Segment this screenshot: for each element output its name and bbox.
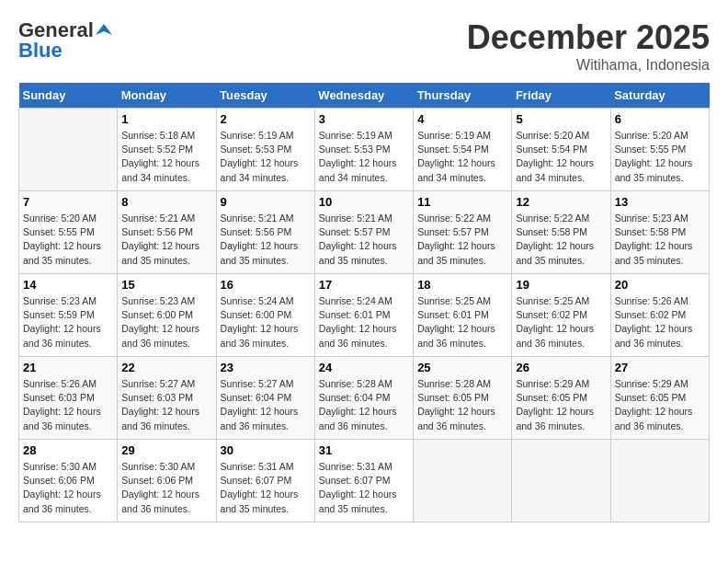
day-number: 2 <box>221 112 311 126</box>
calendar-cell: 6 Sunrise: 5:20 AMSunset: 5:55 PMDayligh… <box>610 109 709 191</box>
day-number: 29 <box>121 443 211 457</box>
weekday-header: Monday <box>118 83 216 109</box>
day-number: 8 <box>121 195 211 209</box>
day-number: 20 <box>615 278 705 292</box>
day-info: Sunrise: 5:19 AMSunset: 5:54 PMDaylight:… <box>417 130 495 183</box>
day-info: Sunrise: 5:29 AMSunset: 6:05 PMDaylight:… <box>615 378 693 431</box>
calendar-cell: 4 Sunrise: 5:19 AMSunset: 5:54 PMDayligh… <box>414 109 512 191</box>
day-info: Sunrise: 5:23 AMSunset: 5:58 PMDaylight:… <box>615 213 693 266</box>
day-number: 24 <box>319 361 409 374</box>
day-number: 30 <box>221 443 311 457</box>
day-number: 21 <box>23 361 113 374</box>
calendar-cell: 7 Sunrise: 5:20 AMSunset: 5:55 PMDayligh… <box>19 191 118 274</box>
day-number: 1 <box>121 112 211 126</box>
title-block: December 2025 Witihama, Indonesia <box>467 18 710 74</box>
calendar-cell <box>512 440 610 523</box>
day-info: Sunrise: 5:29 AMSunset: 6:05 PMDaylight:… <box>516 378 594 431</box>
calendar-cell: 27 Sunrise: 5:29 AMSunset: 6:05 PMDaylig… <box>610 357 709 440</box>
day-info: Sunrise: 5:18 AMSunset: 5:52 PMDaylight:… <box>121 130 199 183</box>
calendar-cell <box>610 440 709 523</box>
day-info: Sunrise: 5:20 AMSunset: 5:55 PMDaylight:… <box>615 130 693 183</box>
weekday-header: Tuesday <box>216 83 314 109</box>
location: Witihama, Indonesia <box>467 57 710 74</box>
calendar-cell: 13 Sunrise: 5:23 AMSunset: 5:58 PMDaylig… <box>610 191 709 274</box>
day-number: 10 <box>319 195 409 209</box>
day-number: 22 <box>121 361 211 374</box>
month-title: December 2025 <box>467 18 710 57</box>
day-info: Sunrise: 5:27 AMSunset: 6:04 PMDaylight:… <box>221 378 299 431</box>
day-number: 14 <box>23 278 113 292</box>
day-info: Sunrise: 5:23 AMSunset: 6:00 PMDaylight:… <box>121 295 199 349</box>
calendar-cell: 2 Sunrise: 5:19 AMSunset: 5:53 PMDayligh… <box>216 109 314 191</box>
day-info: Sunrise: 5:23 AMSunset: 5:59 PMDaylight:… <box>23 295 101 349</box>
day-number: 12 <box>516 195 606 209</box>
header-row: SundayMondayTuesdayWednesdayThursdayFrid… <box>19 83 710 109</box>
day-number: 26 <box>516 361 606 374</box>
day-number: 16 <box>221 278 311 292</box>
logo: General Blue <box>18 18 112 63</box>
day-number: 31 <box>319 443 409 457</box>
day-number: 27 <box>615 361 705 374</box>
calendar-cell: 15 Sunrise: 5:23 AMSunset: 6:00 PMDaylig… <box>118 274 216 357</box>
day-info: Sunrise: 5:26 AMSunset: 6:02 PMDaylight:… <box>615 295 693 349</box>
weekday-header: Thursday <box>414 83 512 109</box>
calendar-table: SundayMondayTuesdayWednesdayThursdayFrid… <box>18 83 710 523</box>
calendar-cell: 10 Sunrise: 5:21 AMSunset: 5:57 PMDaylig… <box>314 191 413 274</box>
day-number: 9 <box>221 195 311 209</box>
calendar-cell: 14 Sunrise: 5:23 AMSunset: 5:59 PMDaylig… <box>19 274 118 357</box>
day-number: 15 <box>121 278 211 292</box>
weekday-header: Wednesday <box>314 83 413 109</box>
calendar-cell: 1 Sunrise: 5:18 AMSunset: 5:52 PMDayligh… <box>118 109 216 191</box>
day-number: 23 <box>221 361 311 374</box>
day-number: 5 <box>516 112 606 126</box>
day-info: Sunrise: 5:21 AMSunset: 5:56 PMDaylight:… <box>121 213 199 266</box>
calendar-cell: 3 Sunrise: 5:19 AMSunset: 5:53 PMDayligh… <box>314 109 413 191</box>
day-number: 7 <box>23 195 113 209</box>
day-info: Sunrise: 5:24 AMSunset: 6:01 PMDaylight:… <box>319 295 397 349</box>
day-info: Sunrise: 5:20 AMSunset: 5:54 PMDaylight:… <box>516 130 594 183</box>
day-number: 18 <box>417 278 507 292</box>
page-header: General Blue December 2025 Witihama, Ind… <box>18 18 710 74</box>
day-info: Sunrise: 5:31 AMSunset: 6:07 PMDaylight:… <box>221 461 299 514</box>
calendar-cell: 19 Sunrise: 5:25 AMSunset: 6:02 PMDaylig… <box>512 274 610 357</box>
calendar-cell: 24 Sunrise: 5:28 AMSunset: 6:04 PMDaylig… <box>314 357 413 440</box>
day-number: 3 <box>319 112 409 126</box>
calendar-cell: 30 Sunrise: 5:31 AMSunset: 6:07 PMDaylig… <box>216 440 314 523</box>
day-number: 13 <box>615 195 705 209</box>
logo-bird-icon <box>96 22 112 39</box>
calendar-cell: 26 Sunrise: 5:29 AMSunset: 6:05 PMDaylig… <box>512 357 610 440</box>
calendar-cell: 25 Sunrise: 5:28 AMSunset: 6:05 PMDaylig… <box>414 357 512 440</box>
calendar-cell <box>19 109 118 191</box>
calendar-week-row: 21 Sunrise: 5:26 AMSunset: 6:03 PMDaylig… <box>19 357 710 440</box>
weekday-header: Saturday <box>610 83 709 109</box>
day-info: Sunrise: 5:19 AMSunset: 5:53 PMDaylight:… <box>221 130 299 183</box>
day-number: 6 <box>615 112 705 126</box>
logo-blue: Blue <box>18 39 63 63</box>
day-info: Sunrise: 5:30 AMSunset: 6:06 PMDaylight:… <box>23 461 101 514</box>
calendar-cell: 21 Sunrise: 5:26 AMSunset: 6:03 PMDaylig… <box>19 357 118 440</box>
day-info: Sunrise: 5:30 AMSunset: 6:06 PMDaylight:… <box>121 461 199 514</box>
calendar-cell: 8 Sunrise: 5:21 AMSunset: 5:56 PMDayligh… <box>118 191 216 274</box>
day-info: Sunrise: 5:28 AMSunset: 6:05 PMDaylight:… <box>417 378 495 431</box>
calendar-cell: 16 Sunrise: 5:24 AMSunset: 6:00 PMDaylig… <box>216 274 314 357</box>
calendar-cell: 20 Sunrise: 5:26 AMSunset: 6:02 PMDaylig… <box>610 274 709 357</box>
day-number: 25 <box>417 361 507 374</box>
weekday-header: Sunday <box>19 83 118 109</box>
calendar-cell: 12 Sunrise: 5:22 AMSunset: 5:58 PMDaylig… <box>512 191 610 274</box>
day-info: Sunrise: 5:22 AMSunset: 5:57 PMDaylight:… <box>417 213 495 266</box>
day-number: 17 <box>319 278 409 292</box>
calendar-cell: 29 Sunrise: 5:30 AMSunset: 6:06 PMDaylig… <box>118 440 216 523</box>
day-info: Sunrise: 5:25 AMSunset: 6:02 PMDaylight:… <box>516 295 594 349</box>
calendar-cell: 5 Sunrise: 5:20 AMSunset: 5:54 PMDayligh… <box>512 109 610 191</box>
day-info: Sunrise: 5:28 AMSunset: 6:04 PMDaylight:… <box>319 378 397 431</box>
day-info: Sunrise: 5:20 AMSunset: 5:55 PMDaylight:… <box>23 213 101 266</box>
day-info: Sunrise: 5:24 AMSunset: 6:00 PMDaylight:… <box>221 295 299 349</box>
svg-marker-0 <box>96 24 112 35</box>
day-number: 11 <box>417 195 507 209</box>
calendar-cell: 17 Sunrise: 5:24 AMSunset: 6:01 PMDaylig… <box>314 274 413 357</box>
calendar-week-row: 28 Sunrise: 5:30 AMSunset: 6:06 PMDaylig… <box>19 440 710 523</box>
day-number: 19 <box>516 278 606 292</box>
calendar-week-row: 1 Sunrise: 5:18 AMSunset: 5:52 PMDayligh… <box>19 109 710 191</box>
day-info: Sunrise: 5:25 AMSunset: 6:01 PMDaylight:… <box>417 295 495 349</box>
calendar-cell: 11 Sunrise: 5:22 AMSunset: 5:57 PMDaylig… <box>414 191 512 274</box>
